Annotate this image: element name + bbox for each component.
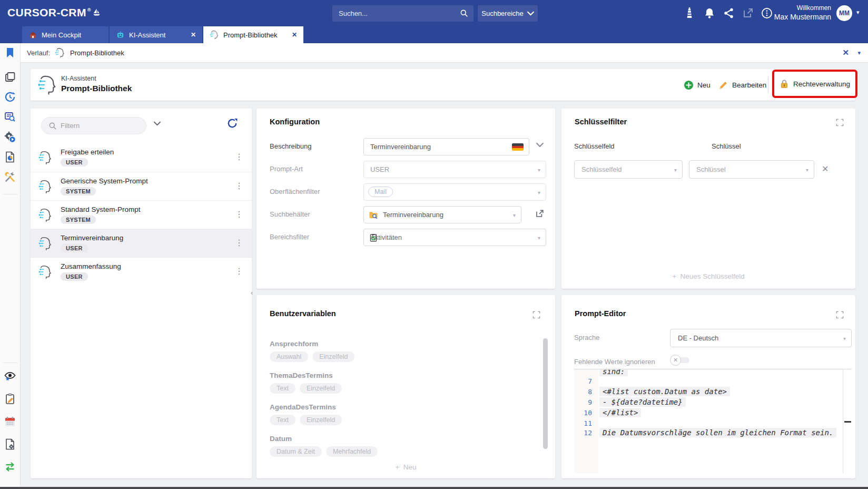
beschreibung-input[interactable] [364,139,529,155]
suchbehaelter-value: Terminvereinbarung [383,211,443,219]
bereichsfilter-dropdown[interactable]: Aktivitäten ▾ [363,229,546,246]
open-search-container-icon[interactable] [535,209,545,219]
lighthouse-icon[interactable] [683,7,696,19]
code-text: - ${date?datetime} [599,397,686,407]
list-item-selected[interactable]: Terminvereinbarung USER ⋮ [31,229,252,257]
code-line: 11 [574,418,843,428]
expand-icon[interactable] [836,311,844,319]
list-item[interactable]: Generische System-Prompt SYSTEM ⋮ [31,172,252,200]
clipboard-edit-icon[interactable] [4,393,16,405]
user-variable: ThemaDesTermins Text Einzelfeld [270,371,342,394]
search-scopes-button[interactable]: Suchbereiche [478,5,538,22]
add-variable-button[interactable]: + Neu [257,463,555,471]
avatar[interactable]: MM [836,5,852,21]
mail-chip: Mail [368,187,393,197]
kebab-menu-icon[interactable]: ⋮ [235,266,243,276]
list-item-title: Zusammenfassung [61,262,121,270]
plus-icon: + [395,463,403,471]
list-item[interactable]: Standard System-Prompt SYSTEM ⋮ [31,200,252,229]
tab-ki-assistent[interactable]: KI-Assistent ✕ [110,26,202,43]
report-document-icon[interactable] [4,151,16,163]
tab-mein-cockpit[interactable]: Mein Cockpit [22,26,108,43]
edit-button[interactable]: Bearbeiten [718,69,766,101]
history-close-icon[interactable]: ✕ [842,48,849,57]
kebab-menu-icon[interactable]: ⋮ [235,181,243,191]
suchbehaelter-dropdown[interactable]: Terminvereinbarung ▾ [363,206,521,223]
history-caret-icon[interactable]: ▾ [857,50,861,56]
app-logo: CURSOR-CRM® [7,6,101,19]
add-keyfield-button[interactable]: + Neues Schlüsselfeld [561,272,855,280]
kebab-menu-icon[interactable]: ⋮ [235,152,243,162]
prompt-art-value: USER [370,165,389,173]
kebab-menu-icon[interactable]: ⋮ [235,209,243,219]
dropdown-caret-icon: ▾ [538,235,540,241]
share-icon[interactable] [723,7,735,19]
kebab-menu-icon[interactable]: ⋮ [235,238,243,248]
collapse-column-handle[interactable]: ‹ [251,289,253,297]
language-label: Sprache [574,334,599,341]
tab-label: Prompt-Bibliothek [223,31,278,39]
history-clock-icon[interactable] [4,91,16,103]
tools-icon[interactable] [4,171,16,183]
ignore-missing-values-toggle-off[interactable]: ✕ [670,355,689,366]
sidebar-divider [3,194,17,194]
list-item-badge: SYSTEM [61,216,96,224]
prompt-list: Freigabe erteilen USER ⋮ Generische Syst… [31,143,252,286]
schluesselfeld-dropdown[interactable]: Schlüsselfeld ▾ [574,160,683,179]
tabbar: Mein Cockpit KI-Assistent ✕ Prompt-Bibli… [0,26,868,43]
calendar-icon[interactable] [4,415,16,428]
search-icon[interactable] [460,9,468,17]
new-button[interactable]: Neu [684,69,711,101]
scrollbar-thumb[interactable] [543,338,548,449]
filter-options-chevron-icon[interactable] [154,121,161,126]
page-title: Prompt-Bibliothek [61,84,132,93]
ai-head-icon [37,74,58,95]
tab-close-icon[interactable]: ✕ [292,31,297,38]
prompt-code-editor[interactable]: sind: 7 8 <#list custom.Datum as date> 9… [574,369,852,473]
variable-cardinality-chip: Einzelfeld [300,383,342,394]
panel-title: Schlüsselfilter [575,118,627,126]
expand-icon[interactable] [836,119,844,126]
description-expand-chevron-icon[interactable] [536,142,544,148]
filter-field [41,117,146,134]
history-current-item[interactable]: Prompt-Bibliothek [70,49,124,57]
bookmark-icon[interactable] [4,46,16,59]
line-number: 9 [574,398,595,406]
dropdown-caret-icon: ▾ [806,167,808,173]
code-text: sind: [599,369,628,376]
variable-name: Ansprechform [270,340,354,348]
list-item[interactable]: Zusammenfassung USER ⋮ [31,257,252,286]
search-scopes-label: Suchbereiche [481,9,524,17]
tab-close-icon[interactable]: ✕ [191,31,196,38]
process-gear-icon[interactable] [4,131,16,143]
language-dropdown[interactable]: DE - Deutsch ▾ [670,329,852,347]
bereichsfilter-value: Aktivitäten [370,233,402,241]
filter-input[interactable] [42,118,146,134]
plus-icon: + [672,272,680,280]
tab-prompt-bibliothek[interactable]: Prompt-Bibliothek ✕ [203,26,303,43]
list-search-icon[interactable] [4,111,16,123]
external-link-icon[interactable] [742,7,754,19]
watch-favorite-icon[interactable] [4,370,16,383]
document-settings-icon[interactable] [4,438,16,451]
dropdown-caret-icon: ▾ [538,167,540,173]
ai-head-icon [55,47,65,58]
remove-keyfilter-row-icon[interactable]: ✕ [822,164,828,174]
info-icon[interactable] [761,7,773,19]
oberflaechenfilter-dropdown[interactable]: Mail ▾ [363,183,546,201]
schluessel-dropdown[interactable]: Schlüssel ▾ [689,160,814,179]
notifications-bell-icon[interactable] [703,7,716,19]
editor-scrollbar-mark[interactable] [844,421,851,423]
global-search-input[interactable] [332,5,474,22]
variable-cardinality-chip: Mehrfachfeld [326,446,378,457]
list-item[interactable]: Freigabe erteilen USER ⋮ [31,143,252,172]
refresh-icon[interactable] [226,118,238,129]
rights-management-button-highlighted[interactable]: Rechteverwaltung [772,70,857,98]
editor-scrollbar-track [843,369,843,473]
prompt-art-dropdown[interactable]: USER ▾ [363,161,546,178]
user-menu-caret-icon[interactable]: ▾ [856,9,860,16]
expand-icon[interactable] [532,311,540,319]
swap-arrows-icon[interactable] [4,461,16,473]
windows-stack-icon[interactable] [4,71,16,83]
code-text: Die Datumsvorschläge sollen im gleichen … [599,428,836,437]
